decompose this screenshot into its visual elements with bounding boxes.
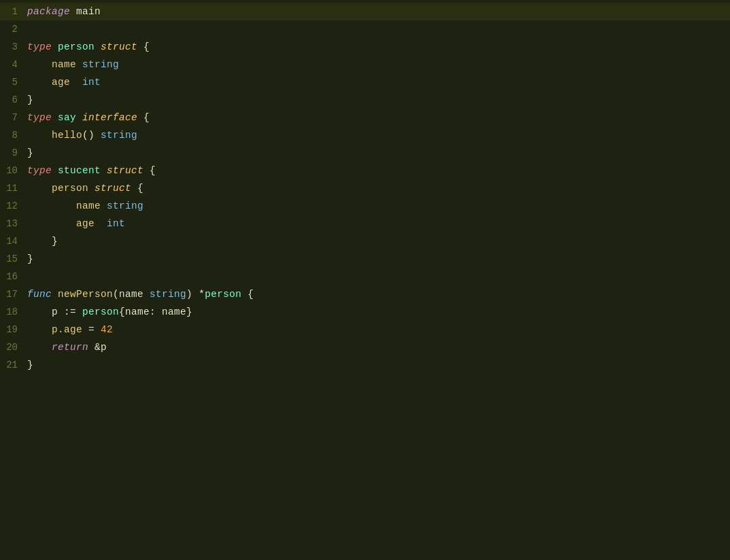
line-number-8: 8 [0,130,24,141]
line-number-21: 21 [0,360,24,370]
line-19: 19 p.age = 42 [0,321,730,338]
line-16: 16 [0,268,730,285]
line-15: 15 } [0,250,730,268]
line-content-9: } [24,147,33,158]
line-content-10: type stucent struct { [24,165,156,176]
line-content-14: } [24,236,58,247]
line-21: 21 } [0,356,730,374]
line-number-18: 18 [0,307,24,317]
line-content-19: p.age = 42 [24,324,113,335]
line-number-5: 5 [0,77,24,88]
line-content-2 [24,24,33,35]
line-4: 4 name string [0,56,730,73]
line-content-3: type person struct { [24,41,150,52]
line-number-14: 14 [0,236,24,247]
line-content-1: package main [24,6,101,17]
line-number-7: 7 [0,112,24,123]
line-number-12: 12 [0,200,24,211]
line-number-20: 20 [0,342,24,353]
line-14: 14 } [0,232,730,250]
line-5: 5 age int [0,73,730,91]
line-17: 17 func newPerson(name string) *person { [0,285,730,303]
line-number-1: 1 [0,6,24,17]
line-content-15: } [24,253,33,264]
code-editor[interactable]: 1 package main 2 3 type person struct { … [0,0,730,560]
line-8: 8 hello() string [0,126,730,144]
line-content-4: name string [24,59,119,70]
line-3: 3 type person struct { [0,38,730,56]
line-number-6: 6 [0,94,24,105]
line-1: 1 package main [0,3,730,20]
line-number-3: 3 [0,41,24,52]
line-content-18: p := person{name: name} [24,307,192,317]
line-content-11: person struct { [24,183,143,194]
line-content-21: } [24,360,33,370]
line-number-2: 2 [0,24,24,35]
line-number-4: 4 [0,59,24,70]
line-content-20: return &p [24,342,107,353]
line-content-5: age int [24,77,101,88]
line-content-16 [24,271,33,282]
line-2: 2 [0,20,730,38]
line-content-12: name string [24,200,143,211]
line-number-17: 17 [0,289,24,300]
line-number-11: 11 [0,183,24,194]
line-number-9: 9 [0,147,24,158]
line-20: 20 return &p [0,338,730,356]
line-9: 9 } [0,144,730,162]
line-number-10: 10 [0,165,24,176]
line-content-8: hello() string [24,130,137,141]
line-18: 18 p := person{name: name} [0,303,730,321]
line-content-13: age int [24,218,125,229]
line-10: 10 type stucent struct { [0,162,730,179]
line-12: 12 name string [0,197,730,215]
line-content-17: func newPerson(name string) *person { [24,289,254,300]
line-number-16: 16 [0,271,24,282]
line-number-13: 13 [0,218,24,229]
line-11: 11 person struct { [0,179,730,197]
line-content-7: type say interface { [24,112,150,123]
line-number-15: 15 [0,253,24,264]
line-6: 6 } [0,91,730,109]
code-lines: 1 package main 2 3 type person struct { … [0,0,730,374]
line-number-19: 19 [0,324,24,335]
line-content-6: } [24,94,33,105]
line-13: 13 age int [0,215,730,232]
line-7: 7 type say interface { [0,109,730,126]
